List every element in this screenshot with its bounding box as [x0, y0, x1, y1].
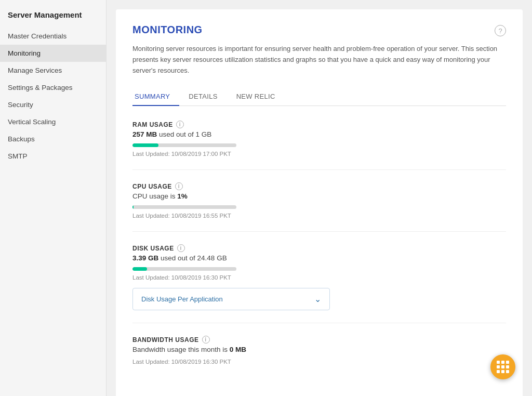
- cpu-last-updated: Last Updated: 10/08/2019 16:55 PKT: [132, 213, 506, 219]
- ram-progress-bar: [132, 143, 236, 147]
- fab-grid-icon: [497, 361, 509, 373]
- sidebar-item-master-credentials[interactable]: Master Credentials: [0, 28, 106, 45]
- cpu-info-icon[interactable]: i: [175, 182, 183, 190]
- sidebar-item-settings-packages[interactable]: Settings & Packages: [0, 79, 106, 96]
- tabs: SUMMARY DETAILS NEW RELIC: [132, 87, 506, 106]
- bandwidth-usage-section: BANDWIDTH USAGE i Bandwidth usage this m…: [132, 336, 506, 377]
- sidebar-item-vertical-scaling[interactable]: Vertical Scaling: [0, 113, 106, 130]
- bandwidth-usage-label: BANDWIDTH USAGE i: [132, 336, 506, 344]
- sidebar-item-security[interactable]: Security: [0, 96, 106, 113]
- main-content: MONITORING ? Monitoring server resources…: [107, 0, 532, 396]
- disk-progress-bar: [132, 267, 236, 271]
- sidebar: Server Management Master Credentials Mon…: [0, 0, 107, 396]
- page-header: MONITORING ?: [132, 24, 506, 36]
- sidebar-item-monitoring[interactable]: Monitoring: [0, 45, 106, 62]
- fab-button[interactable]: [490, 354, 515, 379]
- cpu-usage-label: CPU USAGE i: [132, 182, 506, 190]
- disk-usage-label: DISK USAGE i: [132, 244, 506, 252]
- cpu-usage-value: CPU usage is 1%: [132, 192, 506, 200]
- disk-usage-section: DISK USAGE i 3.39 GB used out of 24.48 G…: [132, 244, 506, 323]
- page-description: Monitoring server resources is important…: [132, 44, 506, 76]
- ram-usage-label: RAM USAGE i: [132, 121, 506, 128]
- ram-usage-section: RAM USAGE i 257 MB used out of 1 GB Last…: [132, 121, 506, 170]
- disk-info-icon[interactable]: i: [177, 244, 185, 252]
- disk-usage-per-app-dropdown[interactable]: Disk Usage Per Application ⌄: [132, 288, 330, 310]
- ram-info-icon[interactable]: i: [176, 121, 184, 128]
- disk-dropdown-label: Disk Usage Per Application: [141, 295, 223, 303]
- sidebar-item-manage-services[interactable]: Manage Services: [0, 62, 106, 79]
- cpu-progress-fill: [132, 205, 134, 209]
- help-icon[interactable]: ?: [495, 25, 506, 36]
- tab-summary[interactable]: SUMMARY: [132, 87, 179, 105]
- sidebar-item-backups[interactable]: Backups: [0, 130, 106, 148]
- ram-progress-fill: [132, 143, 158, 147]
- tab-details[interactable]: DETAILS: [187, 87, 227, 105]
- disk-usage-value: 3.39 GB used out of 24.48 GB: [132, 254, 506, 262]
- cpu-usage-section: CPU USAGE i CPU usage is 1% Last Updated…: [132, 182, 506, 232]
- bandwidth-last-updated: Last Updated: 10/08/2019 16:30 PKT: [132, 359, 506, 365]
- sidebar-title: Server Management: [0, 10, 106, 28]
- page-title: MONITORING: [132, 24, 203, 36]
- disk-progress-fill: [132, 267, 147, 271]
- chevron-down-icon: ⌄: [314, 294, 321, 304]
- sidebar-item-smtp[interactable]: SMTP: [0, 148, 106, 165]
- tab-new-relic[interactable]: NEW RELIC: [234, 87, 285, 105]
- content-card: MONITORING ? Monitoring server resources…: [116, 9, 523, 396]
- ram-usage-value: 257 MB used out of 1 GB: [132, 130, 506, 138]
- cpu-progress-bar: [132, 205, 236, 209]
- bandwidth-usage-value: Bandwidth usage this month is 0 MB: [132, 346, 506, 353]
- disk-last-updated: Last Updated: 10/08/2019 16:30 PKT: [132, 274, 506, 281]
- ram-last-updated: Last Updated: 10/08/2019 17:00 PKT: [132, 151, 506, 157]
- bandwidth-info-icon[interactable]: i: [202, 336, 210, 344]
